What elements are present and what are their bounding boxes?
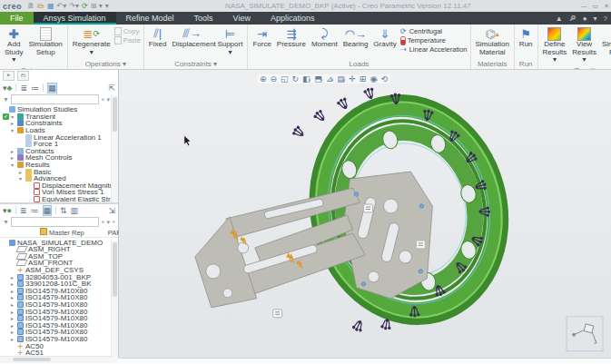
tree-item-simulation-studies[interactable]: Simulation Studies (0, 106, 118, 113)
tree-item-equivalent-elastic-strain-1[interactable]: Equivalent Elastic Strain 1 (0, 196, 118, 203)
group-label-run[interactable]: Run ▾ (517, 59, 536, 69)
maximize-button[interactable]: ▭ (593, 0, 599, 12)
force-button[interactable]: ⇥ Force (250, 25, 273, 50)
bearing-button[interactable]: ◠→ Bearing (340, 25, 371, 50)
tree-item-ac50[interactable]: ✛AC50 (0, 342, 118, 349)
dropdown-icon[interactable]: ▾ (594, 15, 597, 23)
tree-item-constraints[interactable]: Constraints (0, 120, 118, 127)
simulation-setup-button[interactable]: Simulation Setup (25, 25, 64, 57)
tree-item-ac51[interactable]: ✛AC51 (0, 349, 118, 357)
centrifugal-button[interactable]: ⟳Centrifugal (400, 27, 468, 35)
expander-icon[interactable] (11, 280, 17, 287)
presence-status-icon[interactable]: ● (583, 15, 587, 23)
graphics-viewport[interactable]: ⊕ ⊖ ◱ ↻ ◧▾ ⬒▾ ⊿▾ ▤▾ ✛ ⊞ ◉▾ ⟲ (119, 70, 611, 358)
define-results-button[interactable]: Define Results ▾ (540, 25, 570, 65)
expand-all-icon[interactable]: ≣ (20, 206, 27, 215)
sim-tree-scrollbar[interactable] (111, 95, 118, 202)
expander-icon[interactable] (11, 294, 17, 300)
undo-icon[interactable]: ↶▾ (57, 0, 67, 12)
tree-settings-dropdown-icon[interactable]: ▾♣ (3, 84, 12, 93)
expander-icon[interactable] (11, 148, 17, 154)
expander-icon[interactable] (11, 336, 17, 342)
model-tree-filter-input[interactable] (11, 217, 99, 227)
tree-item-mesh-controls[interactable]: Mesh Controls (0, 154, 118, 162)
filter-options-icon[interactable]: ▾ (106, 96, 110, 103)
moment-button[interactable]: ⤸ Moment (309, 25, 340, 50)
customize-dropdown-icon[interactable]: ▾ (105, 0, 109, 12)
tab-view[interactable]: View (223, 12, 261, 25)
temperature-button[interactable]: Temperature (400, 36, 468, 44)
sort-icon[interactable]: ⇅ (60, 206, 67, 215)
expander-icon[interactable] (11, 274, 17, 280)
tab-tools[interactable]: Tools (184, 12, 223, 25)
collapse-all-icon[interactable]: ≔ (31, 206, 39, 215)
expander-icon[interactable] (11, 127, 17, 133)
expander-icon[interactable] (11, 113, 17, 120)
tab-refine-model[interactable]: Refine Model (116, 12, 184, 25)
expander-icon[interactable] (11, 162, 17, 168)
pressure-button[interactable]: ⇶ Pressure (274, 25, 309, 50)
folder-tab-icon[interactable]: 🗀︎ (17, 71, 29, 81)
filter-clear-icon[interactable]: × (101, 96, 104, 103)
view-results-button[interactable]: View Results ▾ (569, 25, 599, 65)
collapse-all-icon[interactable]: ≔ (31, 84, 39, 93)
group-label-constraints[interactable]: Constraints ▾ (146, 59, 246, 69)
expander-icon[interactable] (11, 154, 17, 161)
support-button[interactable]: ⊨ Support ▾ (214, 25, 245, 57)
minimize-ribbon-icon[interactable]: ▲ (556, 15, 563, 23)
model-canvas[interactable] (119, 70, 611, 358)
tab-file[interactable]: File (0, 12, 34, 25)
search-icon[interactable]: 🔎︎ (569, 15, 577, 23)
fixed-button[interactable]: ⫽| Fixed (146, 25, 170, 50)
tree-columns-icon[interactable]: ▦ (43, 205, 53, 216)
open-file-icon[interactable]: 🗁 (37, 0, 44, 12)
close-window-button[interactable]: ✕ (604, 0, 609, 12)
collapse-panel-icon[interactable]: ⇲ (108, 206, 115, 215)
filter-clear-icon[interactable]: × (101, 219, 104, 225)
regenerate-button[interactable]: ≣⟳ Regenerate ▾ (70, 25, 113, 57)
minimize-button[interactable]: — (581, 0, 587, 12)
new-file-icon[interactable]: 🗎 (27, 0, 34, 12)
collapse-panel-icon[interactable]: ⇱ (108, 84, 115, 93)
expand-all-icon[interactable]: ≣ (20, 84, 27, 93)
tree-item-results[interactable]: Results (0, 162, 118, 169)
sim-tree-filter-input[interactable] (11, 94, 99, 104)
regenerate-qa-icon[interactable]: ⟳ (82, 0, 88, 12)
show-columns-icon[interactable]: ▥ (71, 206, 79, 215)
expander-icon[interactable] (11, 315, 17, 321)
tab-applications[interactable]: Applications (261, 12, 325, 25)
tree-item-force-1[interactable]: Force 1 (0, 141, 118, 148)
redo-icon[interactable]: ↷▾ (69, 0, 79, 12)
help-icon[interactable]: ? (604, 15, 607, 23)
expander-icon[interactable] (11, 120, 17, 126)
run-button[interactable]: ⚑ Run (517, 25, 536, 50)
model-tree-scrollbar[interactable] (111, 241, 118, 357)
expander-icon[interactable] (11, 322, 17, 329)
filter-options-icon[interactable]: ▾ (106, 219, 110, 226)
group-label-operations[interactable]: Operations ▾ (70, 59, 142, 69)
tree-item-linear-acceleration-1[interactable]: Linear Acceleration 1 (0, 133, 118, 141)
gravity-button[interactable]: ⇓ Gravity (370, 25, 399, 50)
simulation-material-button[interactable]: ⌬▴ Simulation Material (473, 25, 512, 57)
model-tree-hscrollbar[interactable] (0, 356, 118, 363)
linear-acceleration-button[interactable]: ⇢Linear Acceleration (400, 45, 468, 54)
column-master-rep[interactable]: Master Rep (40, 228, 84, 237)
expander-icon[interactable] (11, 301, 17, 308)
tree-filters-dropdown-icon[interactable]: ▾● (3, 206, 12, 215)
filter-add-icon[interactable]: + (112, 219, 115, 225)
windows-icon[interactable]: ⊞ ▾ (91, 0, 103, 12)
expander-icon[interactable] (11, 309, 17, 315)
tree-item-part[interactable]: ISO14579-M10X80 (0, 336, 118, 343)
expander-icon[interactable] (19, 175, 25, 182)
expander-icon[interactable] (19, 169, 25, 175)
simulation-probe-button[interactable]: Simulation Probe (599, 25, 611, 57)
sim-tree-tab-icon[interactable]: ⯈ (3, 71, 15, 81)
tab-ansys-simulation[interactable]: Ansys Simulation (34, 12, 116, 25)
expander-icon[interactable] (11, 288, 17, 294)
study-active-checkbox[interactable]: ✓ (3, 113, 9, 120)
displacement-button[interactable]: ⫻→ Displacement (169, 25, 214, 50)
save-icon[interactable]: ▦ (47, 0, 54, 12)
add-study-button[interactable]: ✚ Add Study ▾ (2, 25, 25, 65)
expander-icon[interactable] (11, 329, 17, 335)
highlight-items-icon[interactable]: ▦ (47, 83, 57, 93)
